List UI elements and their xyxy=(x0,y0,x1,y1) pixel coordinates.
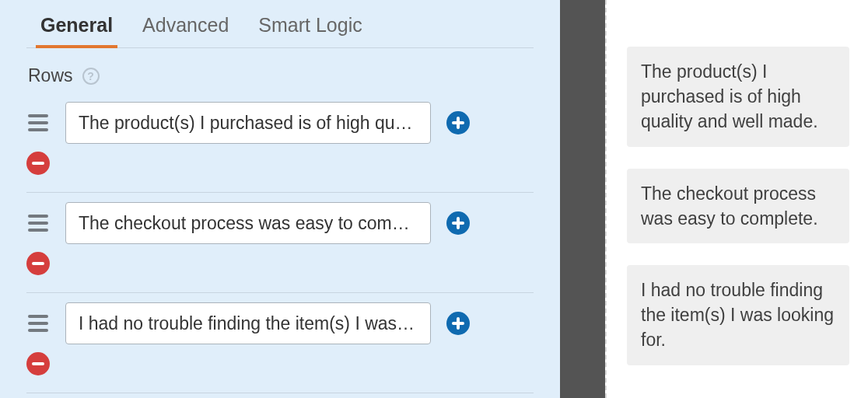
remove-row-button[interactable] xyxy=(26,352,50,375)
settings-panel: General Advanced Smart Logic Rows ? xyxy=(0,0,560,398)
tabs: General Advanced Smart Logic xyxy=(26,0,534,48)
row-input[interactable] xyxy=(65,102,431,144)
row-input[interactable] xyxy=(65,302,431,344)
add-row-button[interactable] xyxy=(446,111,470,134)
remove-row-button[interactable] xyxy=(26,252,50,275)
row-item xyxy=(26,293,534,393)
preview-item: The checkout process was easy to complet… xyxy=(627,169,849,243)
preview-panel: The product(s) I purchased is of high qu… xyxy=(605,0,868,398)
preview-text: The checkout process was easy to complet… xyxy=(641,181,835,231)
help-icon[interactable]: ? xyxy=(82,68,100,85)
row-item xyxy=(26,93,534,193)
preview-item: I had no trouble finding the item(s) I w… xyxy=(627,265,849,365)
tab-advanced[interactable]: Advanced xyxy=(142,14,229,47)
rows-list xyxy=(26,93,534,393)
tab-smart-logic[interactable]: Smart Logic xyxy=(258,14,362,47)
drag-handle-icon[interactable] xyxy=(26,114,50,131)
drag-handle-icon[interactable] xyxy=(26,215,50,232)
add-row-button[interactable] xyxy=(446,312,470,335)
preview-text: I had no trouble finding the item(s) I w… xyxy=(641,278,835,353)
panel-divider xyxy=(560,0,605,398)
row-input[interactable] xyxy=(65,202,431,244)
rows-header: Rows ? xyxy=(26,65,534,86)
tab-general[interactable]: General xyxy=(40,14,113,47)
preview-item: The product(s) I purchased is of high qu… xyxy=(627,47,849,147)
rows-label: Rows xyxy=(28,65,73,86)
row-item xyxy=(26,193,534,293)
drag-handle-icon[interactable] xyxy=(26,315,50,332)
preview-text: The product(s) I purchased is of high qu… xyxy=(641,59,835,134)
remove-row-button[interactable] xyxy=(26,152,50,175)
add-row-button[interactable] xyxy=(446,211,470,235)
